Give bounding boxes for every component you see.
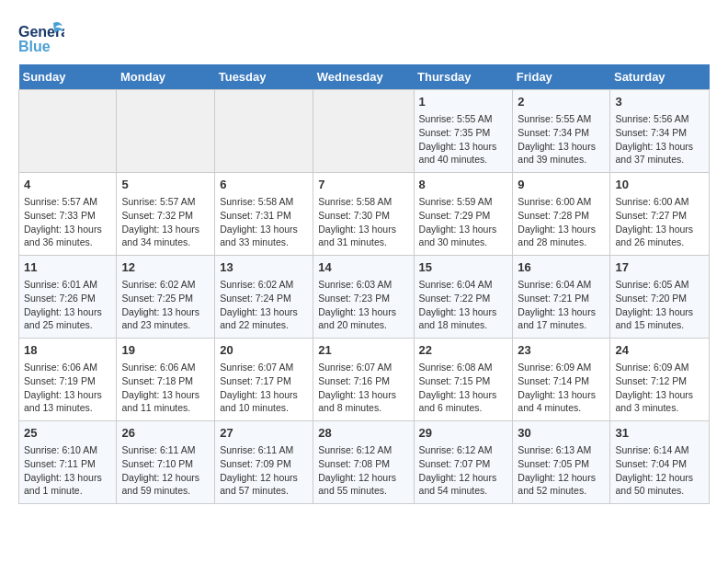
- day-info: Daylight: 13 hours: [121, 388, 210, 402]
- day-info: Daylight: 13 hours: [121, 305, 210, 319]
- calendar-body: 1Sunrise: 5:55 AMSunset: 7:35 PMDaylight…: [19, 90, 710, 504]
- day-info: Sunrise: 6:09 AM: [615, 361, 704, 374]
- week-row-2: 11Sunrise: 6:01 AMSunset: 7:26 PMDayligh…: [19, 256, 710, 339]
- calendar-cell: 9Sunrise: 6:00 AMSunset: 7:28 PMDaylight…: [513, 173, 610, 256]
- day-info: Sunrise: 5:55 AM: [419, 112, 508, 126]
- day-info: Sunset: 7:10 PM: [121, 457, 210, 471]
- calendar-cell: 7Sunrise: 5:58 AMSunset: 7:30 PMDaylight…: [313, 173, 414, 256]
- day-info: Sunset: 7:33 PM: [24, 209, 111, 223]
- day-number: 4: [24, 177, 111, 193]
- day-info: and 34 minutes.: [121, 236, 210, 249]
- day-info: and 26 minutes.: [615, 236, 704, 249]
- day-info: Sunset: 7:23 PM: [318, 292, 408, 305]
- day-info: Sunrise: 6:05 AM: [615, 278, 704, 292]
- header-sunday: Sunday: [19, 64, 117, 90]
- header-tuesday: Tuesday: [215, 64, 313, 90]
- day-number: 21: [318, 342, 408, 359]
- day-info: Sunrise: 6:02 AM: [220, 278, 308, 292]
- day-number: 10: [615, 177, 704, 193]
- day-info: Sunrise: 5:57 AM: [121, 195, 210, 209]
- day-number: 8: [419, 177, 508, 193]
- day-info: Daylight: 13 hours: [419, 140, 508, 154]
- day-info: and 50 minutes.: [615, 484, 704, 498]
- calendar-cell: [313, 90, 414, 173]
- day-number: 5: [121, 177, 210, 193]
- day-info: Sunrise: 6:04 AM: [419, 278, 508, 292]
- header-wednesday: Wednesday: [313, 64, 414, 90]
- day-number: 19: [121, 342, 210, 359]
- day-info: Sunset: 7:25 PM: [121, 292, 210, 305]
- day-info: Sunset: 7:08 PM: [318, 457, 408, 471]
- day-info: Daylight: 13 hours: [518, 305, 605, 319]
- day-number: 9: [518, 177, 605, 193]
- day-info: Daylight: 13 hours: [615, 140, 704, 154]
- day-info: and 1 minute.: [24, 484, 111, 498]
- day-info: and 33 minutes.: [220, 236, 308, 249]
- day-info: Sunrise: 6:03 AM: [318, 278, 408, 292]
- day-info: Sunrise: 6:06 AM: [121, 361, 210, 374]
- day-info: and 11 minutes.: [121, 401, 210, 415]
- day-info: and 28 minutes.: [518, 236, 605, 249]
- day-info: Sunset: 7:18 PM: [121, 374, 210, 388]
- day-info: Daylight: 13 hours: [121, 223, 210, 236]
- calendar-cell: 22Sunrise: 6:08 AMSunset: 7:15 PMDayligh…: [414, 339, 513, 421]
- day-info: and 8 minutes.: [318, 401, 408, 415]
- day-number: 22: [419, 342, 508, 359]
- day-info: Sunrise: 6:11 AM: [220, 443, 308, 457]
- calendar-cell: 5Sunrise: 5:57 AMSunset: 7:32 PMDaylight…: [117, 173, 215, 256]
- calendar-cell: [117, 90, 215, 173]
- calendar-cell: 16Sunrise: 6:04 AMSunset: 7:21 PMDayligh…: [513, 256, 610, 339]
- calendar-cell: 31Sunrise: 6:14 AMSunset: 7:04 PMDayligh…: [610, 421, 710, 504]
- day-info: Daylight: 13 hours: [220, 305, 308, 319]
- day-info: and 25 minutes.: [24, 318, 111, 332]
- day-info: Daylight: 13 hours: [419, 388, 508, 402]
- day-number: 27: [220, 425, 308, 442]
- day-info: Daylight: 13 hours: [24, 223, 111, 236]
- day-number: 1: [419, 94, 508, 110]
- day-number: 7: [318, 177, 408, 193]
- day-info: Daylight: 12 hours: [318, 471, 408, 485]
- day-info: and 40 minutes.: [419, 153, 508, 167]
- day-info: Sunrise: 6:11 AM: [121, 443, 210, 457]
- day-info: Sunrise: 6:13 AM: [518, 443, 605, 457]
- calendar-cell: 19Sunrise: 6:06 AMSunset: 7:18 PMDayligh…: [117, 339, 215, 421]
- calendar-table: SundayMondayTuesdayWednesdayThursdayFrid…: [18, 64, 710, 504]
- day-info: Sunrise: 6:01 AM: [24, 278, 111, 292]
- calendar-cell: 27Sunrise: 6:11 AMSunset: 7:09 PMDayligh…: [215, 421, 313, 504]
- calendar-cell: 2Sunrise: 5:55 AMSunset: 7:34 PMDaylight…: [513, 90, 610, 173]
- calendar-cell: 1Sunrise: 5:55 AMSunset: 7:35 PMDaylight…: [414, 90, 513, 173]
- calendar-cell: 15Sunrise: 6:04 AMSunset: 7:22 PMDayligh…: [414, 256, 513, 339]
- svg-text:General: General: [18, 24, 64, 40]
- day-info: Sunrise: 5:55 AM: [518, 112, 605, 126]
- day-info: Sunset: 7:19 PM: [24, 374, 111, 388]
- calendar-cell: 4Sunrise: 5:57 AMSunset: 7:33 PMDaylight…: [19, 173, 117, 256]
- day-info: Sunrise: 5:58 AM: [318, 195, 408, 209]
- day-info: Daylight: 13 hours: [419, 305, 508, 319]
- day-info: and 23 minutes.: [121, 318, 210, 332]
- calendar-cell: 26Sunrise: 6:11 AMSunset: 7:10 PMDayligh…: [117, 421, 215, 504]
- calendar-cell: 29Sunrise: 6:12 AMSunset: 7:07 PMDayligh…: [414, 421, 513, 504]
- page-header: General Blue: [18, 18, 710, 55]
- day-info: and 31 minutes.: [318, 236, 408, 249]
- day-info: Sunrise: 6:09 AM: [518, 361, 605, 374]
- day-number: 28: [318, 425, 408, 442]
- day-info: Daylight: 13 hours: [220, 388, 308, 402]
- day-number: 3: [615, 94, 704, 110]
- calendar-header: SundayMondayTuesdayWednesdayThursdayFrid…: [19, 64, 710, 90]
- day-info: Sunset: 7:26 PM: [24, 292, 111, 305]
- day-info: Sunrise: 6:07 AM: [220, 361, 308, 374]
- day-info: Sunset: 7:17 PM: [220, 374, 308, 388]
- calendar-cell: 21Sunrise: 6:07 AMSunset: 7:16 PMDayligh…: [313, 339, 414, 421]
- day-info: Daylight: 13 hours: [24, 305, 111, 319]
- day-info: Sunset: 7:32 PM: [121, 209, 210, 223]
- day-info: Sunset: 7:16 PM: [318, 374, 408, 388]
- day-number: 23: [518, 342, 605, 359]
- day-info: Sunrise: 6:08 AM: [419, 361, 508, 374]
- day-info: and 30 minutes.: [419, 236, 508, 249]
- calendar-cell: 6Sunrise: 5:58 AMSunset: 7:31 PMDaylight…: [215, 173, 313, 256]
- day-number: 18: [24, 342, 111, 359]
- day-info: Sunset: 7:28 PM: [518, 209, 605, 223]
- day-number: 30: [518, 425, 605, 442]
- day-number: 26: [121, 425, 210, 442]
- header-thursday: Thursday: [414, 64, 513, 90]
